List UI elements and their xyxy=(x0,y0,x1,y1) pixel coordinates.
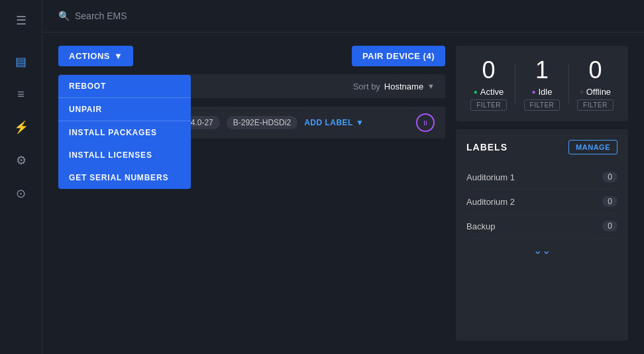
devices-icon[interactable]: ▤ xyxy=(15,54,27,69)
scroll-down-indicator: ⌄⌄ xyxy=(466,239,617,262)
status-active: 0 ● Active FILTER xyxy=(470,56,507,111)
offline-dot: ○ xyxy=(580,88,584,95)
search-icon: 🔍 xyxy=(58,11,70,21)
pause-icon[interactable]: ⏸ xyxy=(416,113,435,132)
actions-button[interactable]: ACTIONS ▼ xyxy=(58,46,133,66)
status-idle: 1 ● Idle FILTER xyxy=(524,56,561,111)
toolbar: ACTIONS ▼ PAIR DEVICE (4) xyxy=(58,46,445,66)
labels-card: LABELS MANAGE Auditorium 1 0 Auditorium … xyxy=(456,129,628,341)
status-offline: 0 ○ Offline FILTER xyxy=(577,56,614,111)
active-count: 0 xyxy=(482,56,496,84)
dropdown-reboot[interactable]: REBOOT xyxy=(58,75,191,98)
label-count-auditorium1: 0 xyxy=(602,172,617,182)
add-label-text: ADD LABEL xyxy=(304,118,353,127)
device-id-tag: B-292E-HDSDi2 xyxy=(227,116,297,129)
manage-labels-button[interactable]: MANAGE xyxy=(568,140,617,154)
active-label: ● Active xyxy=(474,87,504,97)
offline-count: 0 xyxy=(588,56,602,84)
sort-control[interactable]: Sort by Hostname ▼ xyxy=(353,82,435,91)
label-count-auditorium2: 0 xyxy=(602,196,617,207)
dropdown-install-packages[interactable]: INSTALL PACKAGES xyxy=(58,121,191,144)
label-name-auditorium2: Auditorium 2 xyxy=(466,197,515,207)
sort-value: Hostname xyxy=(384,82,423,91)
dropdown-install-licenses[interactable]: INSTALL LICENSES xyxy=(58,144,191,166)
pair-device-button[interactable]: PAIR DEVICE (4) xyxy=(352,46,445,66)
labels-list: Auditorium 1 0 Auditorium 2 0 Backup 0 xyxy=(466,165,617,239)
offline-label: ○ Offline xyxy=(580,87,611,97)
status-divider-1 xyxy=(515,64,515,103)
idle-label: ● Idle xyxy=(531,87,552,97)
offline-filter-button[interactable]: FILTER xyxy=(577,99,614,111)
idle-filter-button[interactable]: FILTER xyxy=(524,99,561,111)
status-divider-2 xyxy=(568,64,569,103)
labels-header: LABELS MANAGE xyxy=(466,140,617,154)
status-card: 0 ● Active FILTER 1 ● Idle FILTER xyxy=(456,46,628,121)
label-row-backup: Backup 0 xyxy=(466,214,617,239)
add-label-button[interactable]: ADD LABEL ▼ xyxy=(304,118,364,127)
hamburger-icon[interactable]: ☰ xyxy=(16,13,27,28)
actions-dropdown: REBOOT UNPAIR INSTALL PACKAGES INSTALL L… xyxy=(58,75,191,189)
active-filter-button[interactable]: FILTER xyxy=(470,99,507,111)
support-icon[interactable]: ⊙ xyxy=(16,186,26,201)
label-row-auditorium2: Auditorium 2 0 xyxy=(466,190,617,214)
active-dot: ● xyxy=(474,88,478,95)
label-name-auditorium1: Auditorium 1 xyxy=(466,172,515,182)
labels-title: LABELS xyxy=(466,142,508,152)
right-panel: 0 ● Active FILTER 1 ● Idle FILTER xyxy=(456,46,628,341)
label-count-backup: 0 xyxy=(602,221,617,231)
actions-chevron: ▼ xyxy=(114,51,123,61)
main-content: 🔍 ACTIONS ▼ PAIR DEVICE (4) REBOOT UNPAI… xyxy=(42,0,644,354)
sort-chevron: ▼ xyxy=(427,82,435,90)
label-name-backup: Backup xyxy=(466,221,495,231)
active-label-text: Active xyxy=(480,87,504,97)
add-label-chevron: ▼ xyxy=(356,118,364,127)
idle-count: 1 xyxy=(535,56,549,84)
idle-label-text: Idle xyxy=(539,87,553,97)
search-bar: 🔍 xyxy=(42,0,644,32)
actions-label: ACTIONS xyxy=(69,51,110,61)
left-panel: ACTIONS ▼ PAIR DEVICE (4) REBOOT UNPAIR … xyxy=(58,46,445,341)
dropdown-unpair[interactable]: UNPAIR xyxy=(58,98,191,121)
offline-label-text: Offline xyxy=(586,87,611,97)
sidebar: ☰ ▤ ≡ ⚡ ⚙ ⊙ xyxy=(0,0,42,354)
dropdown-get-serial[interactable]: GET SERIAL NUMBERS xyxy=(58,166,191,189)
content-area: ACTIONS ▼ PAIR DEVICE (4) REBOOT UNPAIR … xyxy=(42,32,644,354)
search-input[interactable] xyxy=(75,11,207,21)
analytics-icon[interactable]: ≡ xyxy=(17,88,25,101)
stats-icon[interactable]: ⚡ xyxy=(14,120,28,135)
sort-label: Sort by xyxy=(353,82,380,91)
settings-icon[interactable]: ⚙ xyxy=(16,153,27,168)
label-row-auditorium1: Auditorium 1 0 xyxy=(466,165,617,190)
idle-dot: ● xyxy=(531,88,535,95)
